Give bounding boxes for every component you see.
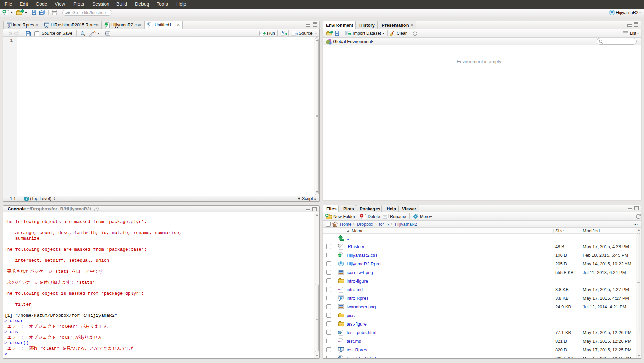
svg-text:R: R	[46, 23, 48, 26]
svg-text:css: css	[338, 254, 342, 256]
svg-text:R: R	[8, 23, 10, 26]
svg-text:R: R	[340, 348, 342, 351]
svg-text:MD: MD	[338, 288, 342, 291]
svg-text:css: css	[105, 24, 108, 26]
svg-text:R: R	[148, 23, 150, 26]
svg-text:R: R	[340, 262, 342, 265]
svg-text:R: R	[611, 10, 613, 13]
svg-text:R: R	[340, 296, 342, 299]
svg-text:MD: MD	[338, 340, 342, 342]
